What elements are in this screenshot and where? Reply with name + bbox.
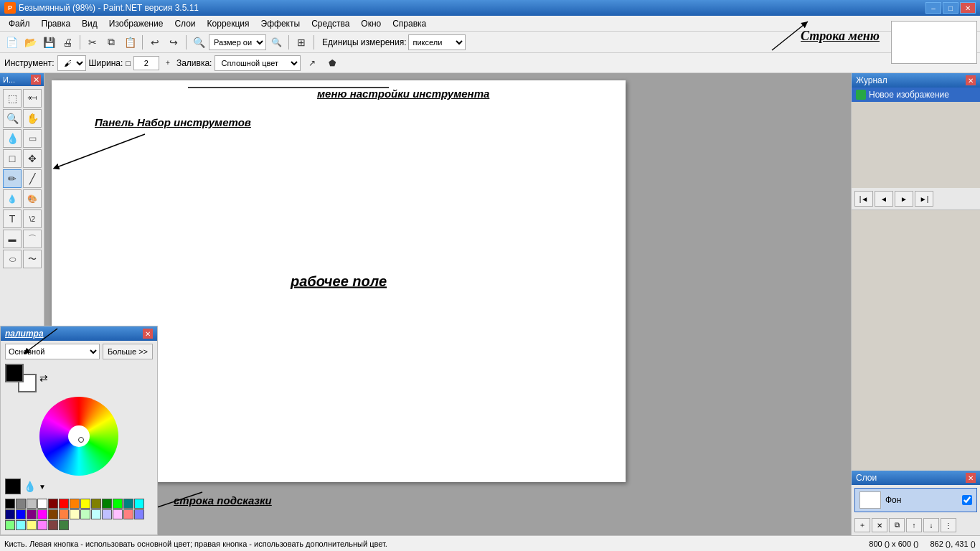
history-next-btn[interactable]: ► — [895, 191, 913, 207]
minimize-button[interactable]: – — [925, 2, 941, 14]
layer-up-btn[interactable]: ↑ — [906, 518, 922, 532]
tool-rounded-rect[interactable]: ⬭ — [3, 250, 22, 268]
history-prev-btn[interactable]: ◄ — [875, 191, 893, 207]
open-button[interactable]: 📂 — [22, 34, 39, 51]
eyedropper-icon[interactable]: 💧 — [24, 481, 36, 492]
print-button[interactable]: 🖨 — [59, 34, 76, 51]
fill-select[interactable]: Сплошной цвет — [215, 55, 301, 71]
layer-merge-btn[interactable]: ⋮ — [941, 518, 956, 532]
history-close-btn[interactable]: ✕ — [966, 75, 976, 85]
layer-down-btn[interactable]: ↓ — [923, 518, 939, 532]
history-item-0[interactable]: Новое изображение — [852, 88, 980, 102]
menu-tools[interactable]: Средства — [306, 17, 355, 30]
swatch-13[interactable] — [5, 509, 15, 519]
menu-effects[interactable]: Эффекты — [255, 17, 306, 30]
swatch-10[interactable] — [113, 499, 123, 509]
palette-type-select[interactable]: Основной — [5, 344, 100, 359]
menu-corrections[interactable]: Коррекция — [202, 17, 255, 30]
tool-zoom[interactable]: 🔍 — [3, 109, 22, 128]
layer-duplicate-btn[interactable]: ⧉ — [889, 518, 905, 532]
layer-add-btn[interactable]: ＋ — [854, 518, 870, 532]
swatch-28[interactable] — [27, 520, 37, 530]
swatch-14[interactable] — [16, 509, 26, 519]
zoom-select[interactable]: Размер ои — [209, 34, 266, 50]
new-button[interactable]: 📄 — [3, 34, 20, 51]
menu-help[interactable]: Справка — [387, 17, 432, 30]
color-menu-arrow[interactable]: ▼ — [39, 483, 46, 491]
tool-move[interactable]: ✥ — [23, 149, 42, 168]
tool-recolor[interactable]: 🎨 — [23, 189, 42, 208]
tool-pencil[interactable]: ✏ — [3, 169, 22, 188]
zoom-in-button[interactable]: 🔍 — [190, 34, 207, 51]
swatch-12[interactable] — [134, 499, 144, 509]
shape-tool-btn[interactable]: ⬟ — [324, 55, 341, 72]
tool-lasso-select[interactable]: ⬶ — [23, 89, 42, 108]
tool-text[interactable]: T — [3, 209, 22, 228]
width-expand-btn[interactable]: + — [162, 57, 174, 69]
swatch-20[interactable] — [80, 509, 90, 519]
swatch-15[interactable] — [27, 509, 37, 519]
swap-colors-icon[interactable]: ⇄ — [39, 372, 48, 384]
layer-delete-btn[interactable]: ✕ — [872, 518, 887, 532]
swatch-31[interactable] — [59, 520, 69, 530]
menu-image[interactable]: Изображение — [103, 17, 169, 30]
redo-button[interactable]: ↪ — [165, 34, 182, 51]
save-button[interactable]: 💾 — [40, 34, 57, 51]
tool-pan[interactable]: ✋ — [23, 109, 42, 128]
layer-item-0[interactable]: Фон — [854, 488, 977, 512]
palette-more-btn[interactable]: Больше >> — [103, 344, 153, 359]
layer-visibility-0[interactable] — [962, 495, 972, 505]
width-input[interactable]: 2 — [133, 56, 159, 70]
swatch-19[interactable] — [70, 509, 80, 519]
instrument-select[interactable]: 🖌 — [57, 55, 86, 71]
swatch-29[interactable] — [37, 520, 47, 530]
swatch-1[interactable] — [16, 499, 26, 509]
swatch-2[interactable] — [27, 499, 37, 509]
tool-eraser[interactable]: ▭ — [23, 129, 42, 148]
tool-rect[interactable]: □ — [3, 149, 22, 168]
swatch-5[interactable] — [59, 499, 69, 509]
swatch-18[interactable] — [59, 509, 69, 519]
layers-close-btn[interactable]: ✕ — [966, 473, 976, 483]
tool-magic-wand[interactable]: \2 — [23, 209, 42, 228]
tool-rect-select[interactable]: ⬚ — [3, 89, 22, 108]
swatch-9[interactable] — [102, 499, 112, 509]
swatch-26[interactable] — [5, 520, 15, 530]
swatch-30[interactable] — [48, 520, 58, 530]
tool-line[interactable]: ╱ — [23, 169, 42, 188]
cut-button[interactable]: ✂ — [84, 34, 101, 51]
close-button[interactable]: ✕ — [960, 2, 976, 14]
swatch-16[interactable] — [37, 509, 47, 519]
active-color-display[interactable] — [5, 479, 21, 494]
swatch-24[interactable] — [123, 509, 133, 519]
color-wheel[interactable] — [39, 397, 118, 476]
swatch-23[interactable] — [113, 509, 123, 519]
paste-button[interactable]: 📋 — [121, 34, 138, 51]
history-first-btn[interactable]: |◄ — [854, 191, 873, 207]
swatch-17[interactable] — [48, 509, 58, 519]
fg-color-box[interactable] — [5, 364, 24, 382]
palette-close-btn[interactable]: ✕ — [143, 329, 153, 339]
zoom-out-button[interactable]: 🔍 — [268, 34, 285, 51]
swatch-0[interactable] — [5, 499, 15, 509]
swatch-22[interactable] — [102, 509, 112, 519]
copy-button[interactable]: ⧉ — [103, 34, 120, 51]
swatch-25[interactable] — [134, 509, 144, 519]
tools-panel-close[interactable]: ✕ — [31, 75, 41, 85]
maximize-button[interactable]: □ — [943, 2, 958, 14]
tool-gradient[interactable]: ▬ — [3, 230, 22, 248]
tool-colorpick[interactable]: 💧 — [3, 129, 22, 148]
canvas-area[interactable]: рабочее поле Панель Набор инструметов ме… — [44, 73, 851, 535]
menu-layers[interactable]: Слои — [169, 17, 201, 30]
tool-freeform[interactable]: 〜 — [23, 250, 42, 268]
tool-fill[interactable]: ⌒ — [23, 230, 42, 248]
swatch-7[interactable] — [80, 499, 90, 509]
swatch-27[interactable] — [16, 520, 26, 530]
swatch-4[interactable] — [48, 499, 58, 509]
swatch-21[interactable] — [91, 509, 101, 519]
swatch-3[interactable] — [37, 499, 47, 509]
swatch-8[interactable] — [91, 499, 101, 509]
history-last-btn[interactable]: ►| — [915, 191, 933, 207]
grid-button[interactable]: ⊞ — [293, 34, 310, 51]
menu-file[interactable]: Файл — [3, 17, 36, 30]
